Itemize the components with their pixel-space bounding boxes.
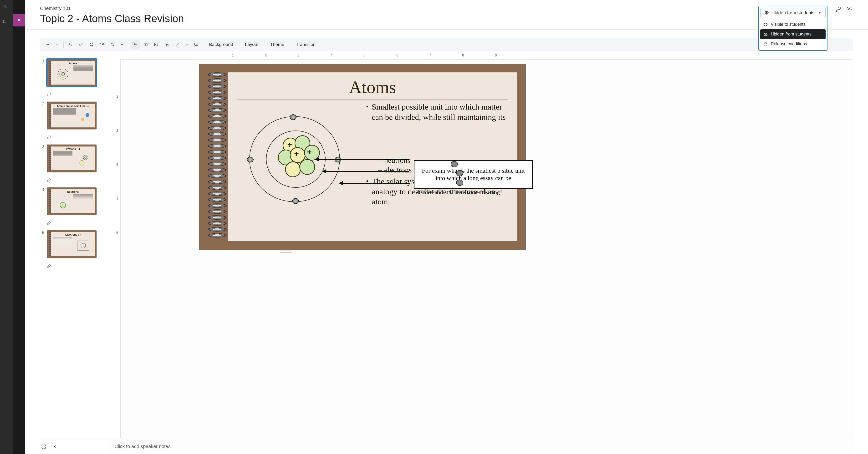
- print-button[interactable]: [87, 40, 96, 48]
- notes-resize-handle[interactable]: [280, 251, 292, 253]
- svg-rect-28: [77, 241, 89, 250]
- slide-frame[interactable]: Atoms: [199, 64, 526, 250]
- line-icon: [175, 42, 179, 47]
- attachment-indicator[interactable]: [47, 178, 52, 183]
- visibility-toggle-button[interactable]: Hidden from students ▼: [760, 8, 826, 18]
- slide-thumbnails-panel: 1 Atoms 2 Atoms ar: [40, 53, 109, 439]
- undo-button[interactable]: [66, 40, 75, 48]
- thumb-title: Atoms: [69, 62, 77, 65]
- slide-thumbnail-3[interactable]: Protons (+) +: [47, 144, 97, 172]
- callout-arrow: [342, 183, 409, 184]
- svg-rect-16: [166, 44, 168, 46]
- visibility-dropdown: Hidden from students ▼ Visible to studen…: [758, 6, 828, 51]
- layout-button[interactable]: Layout: [241, 40, 262, 49]
- collapse-filmstrip-button[interactable]: [52, 443, 59, 450]
- proton-mini-icon: +: [76, 154, 90, 166]
- svg-point-1: [765, 24, 766, 25]
- zoom-more-button[interactable]: [119, 41, 126, 47]
- arrowhead-icon: [339, 181, 343, 185]
- eye-icon: [763, 22, 768, 27]
- visibility-option-visible[interactable]: Visible to students: [760, 20, 826, 29]
- background-button[interactable]: Background: [206, 40, 237, 49]
- select-tool-button[interactable]: [131, 40, 140, 48]
- bullet-dot-icon: •: [366, 176, 368, 207]
- visibility-option-hidden[interactable]: Hidden from students: [760, 29, 826, 39]
- line-more-button[interactable]: [183, 41, 190, 47]
- arrowhead-icon: [322, 169, 326, 173]
- visibility-option-label: Hidden from students: [771, 32, 811, 37]
- gear-icon: [846, 6, 852, 12]
- slide-stage[interactable]: Atoms: [121, 60, 853, 439]
- slide-thumbnail-1[interactable]: Atoms: [47, 59, 97, 87]
- new-slide-button[interactable]: [43, 40, 53, 48]
- horizontal-ruler[interactable]: 1 2 3 4 5 6 7 8 9: [121, 53, 853, 60]
- thumb-title: Neutrons: [67, 190, 79, 193]
- slide-thumbnail-2[interactable]: Atoms are so small that…: [47, 101, 97, 130]
- visibility-option-label: Visible to students: [771, 22, 806, 27]
- redo-icon: [79, 42, 83, 47]
- svg-rect-31: [42, 445, 43, 446]
- slide-thumbnail-row: 2 Atoms are so small that…: [40, 101, 109, 140]
- sub-bullet-text: electrons: [384, 166, 412, 174]
- svg-rect-34: [44, 447, 45, 448]
- svg-rect-33: [42, 447, 43, 448]
- slide-content[interactable]: Atoms: [228, 72, 517, 241]
- speaker-notes-input[interactable]: Click to add speaker notes: [109, 441, 853, 453]
- thumb-title: Protons (+): [66, 148, 80, 150]
- callout-arrow: [326, 171, 409, 172]
- slide-canvas-area: 1 2 3 4 5 6 7 8 9 1 2 3 4 5: [109, 53, 853, 439]
- callout-overflow-text: divided and still have some meaning?: [416, 189, 502, 196]
- svg-rect-10: [100, 43, 103, 44]
- callout-annotation[interactable]: For exam what is the smallest p sible un…: [414, 160, 533, 189]
- attachment-indicator[interactable]: [47, 264, 52, 269]
- visibility-option-release[interactable]: Release conditions: [760, 39, 826, 49]
- theme-button[interactable]: Theme: [267, 40, 287, 49]
- attachment-indicator[interactable]: [47, 221, 52, 226]
- sub-bullet-text: neutrons: [384, 156, 410, 165]
- paint-format-button[interactable]: [97, 40, 106, 48]
- page-header: Chemistry 101 Topic 2 - Atoms Class Revi…: [25, 0, 868, 30]
- caret-down-icon: [121, 43, 123, 46]
- transition-button[interactable]: Transition: [293, 40, 319, 49]
- comment-button[interactable]: [192, 40, 201, 48]
- attachment-indicator[interactable]: [47, 135, 52, 140]
- svg-point-24: [84, 156, 87, 159]
- page-title: Topic 2 - Atoms Class Revision: [40, 12, 761, 25]
- grid-view-button[interactable]: [40, 443, 47, 450]
- svg-point-11: [111, 43, 113, 45]
- separator: [63, 41, 64, 48]
- slide-number: 5: [40, 230, 44, 235]
- svg-point-20: [61, 72, 65, 76]
- shape-button[interactable]: [162, 40, 171, 48]
- close-panel-button[interactable]: [13, 14, 25, 26]
- shape-icon: [164, 42, 169, 47]
- svg-text:+: +: [81, 162, 83, 165]
- slide-thumbnail-4[interactable]: Neutrons: [47, 187, 97, 215]
- slide-title-text[interactable]: Atoms: [237, 72, 508, 100]
- footer-bar: Click to add speaker notes: [40, 439, 853, 454]
- breadcrumb-course[interactable]: Chemistry 101: [40, 6, 761, 11]
- atom-diagram[interactable]: + + +: [230, 102, 364, 212]
- new-slide-more-button[interactable]: [54, 41, 61, 47]
- editor-app: Chemistry 101 Topic 2 - Atoms Class Revi…: [25, 0, 868, 454]
- link-icon: [47, 135, 51, 139]
- thumb-title: Electrons (-): [65, 233, 81, 236]
- attachment-indicator[interactable]: [47, 92, 52, 97]
- slide-number: 2: [40, 101, 44, 106]
- line-button[interactable]: [173, 40, 182, 48]
- eye-off-icon: [763, 32, 768, 37]
- slide-thumbnail-5[interactable]: Electrons (-): [47, 230, 97, 258]
- callout-text: For exam what is the smallest p sible un…: [416, 167, 530, 182]
- vertical-ruler[interactable]: 1 2 3 4 5: [116, 60, 121, 439]
- electron: [247, 157, 254, 162]
- image-button[interactable]: [152, 40, 161, 48]
- bullet-dot-icon: •: [366, 102, 368, 122]
- workspace: 1 Atoms 2 Atoms ar: [40, 53, 853, 439]
- settings-button[interactable]: [846, 6, 853, 13]
- redo-button[interactable]: [76, 40, 86, 48]
- activity-feed-button[interactable]: [835, 6, 842, 13]
- zoom-button[interactable]: [108, 40, 117, 48]
- textbox-button[interactable]: [141, 40, 150, 48]
- svg-point-6: [848, 8, 850, 10]
- electron: [290, 114, 297, 120]
